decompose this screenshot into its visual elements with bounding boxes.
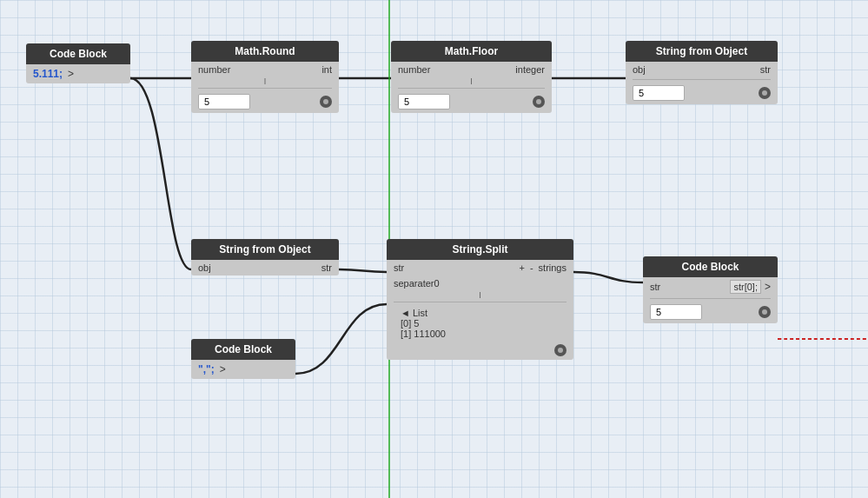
node-string-split: String.Split str + - strings separater0 … <box>387 239 573 360</box>
node-code-block-3-body: ","; > <box>191 360 295 379</box>
string-split-divider <box>394 302 567 302</box>
node-string-from-obj-2-header: String from Object <box>191 239 339 260</box>
node-string-from-obj-1: String from Object obj str 5 <box>626 41 778 104</box>
node-code-block-1: Code Block 5.111; > <box>26 43 130 83</box>
math-round-port-in: number <box>198 64 230 75</box>
string-split-sep: separater0 <box>394 278 440 289</box>
math-round-output-val: 5 <box>198 94 250 110</box>
string-from-obj-1-pin <box>759 87 771 99</box>
node-math-floor-body: number integer l 5 <box>391 62 552 113</box>
node-math-floor-header: Math.Floor <box>391 41 552 62</box>
node-string-from-obj-2-body: obj str <box>191 260 339 276</box>
node-math-floor: Math.Floor number integer l 5 <box>391 41 552 113</box>
math-round-output-row: 5 <box>191 90 339 113</box>
code-block-2-divider <box>650 298 771 299</box>
wire-cb1-strobj2 <box>130 78 191 269</box>
node-code-block-2: Code Block str str[0]; > 5 <box>643 256 778 323</box>
math-round-port-out: int <box>321 64 332 75</box>
node-code-block-2-body: str str[0]; > 5 <box>643 277 778 323</box>
string-from-obj-1-divider <box>633 79 771 80</box>
string-split-list-area: ◄ List [0] 5 [1] 111000 <box>387 304 573 342</box>
wire-strobj2-stringsplit <box>339 269 387 272</box>
code-block-2-output-val: 5 <box>650 304 702 320</box>
string-from-obj-2-port-out: str <box>321 262 332 273</box>
node-math-round-header: Math.Round <box>191 41 339 62</box>
math-floor-output-row: 5 <box>391 90 552 113</box>
node-string-split-ports: str + - strings <box>387 260 573 276</box>
node-math-round-body: number int l 5 <box>191 62 339 113</box>
node-code-block-3-header: Code Block <box>191 339 295 360</box>
node-string-split-sep-row: separater0 <box>387 276 573 291</box>
string-split-port-out: strings <box>539 262 567 273</box>
node-string-split-body: str + - strings separater0 l ◄ List [0] … <box>387 260 573 360</box>
math-floor-pin <box>533 96 545 108</box>
math-round-divider <box>198 88 332 89</box>
wire-cb3-stringsplit <box>295 304 387 374</box>
code-block-3-arrow: > <box>220 363 226 375</box>
string-split-port-plus: + <box>519 262 524 273</box>
string-from-obj-1-output-val: 5 <box>633 85 685 101</box>
node-string-from-obj-1-body: obj str 5 <box>626 62 778 104</box>
math-floor-port-out: integer <box>515 64 545 75</box>
math-round-marker: l <box>191 77 339 86</box>
code-block-2-pin <box>759 306 771 318</box>
string-from-obj-2-port-in: obj <box>198 262 211 273</box>
node-string-from-obj-1-header: String from Object <box>626 41 778 62</box>
node-math-floor-ports: number integer <box>391 62 552 77</box>
wire-stringsplit-cb2 <box>573 272 643 282</box>
string-split-list-header: ◄ List <box>401 308 567 318</box>
string-from-obj-1-port-out: str <box>760 64 771 75</box>
code-block-1-value: 5.111; <box>33 68 63 80</box>
string-split-list-item-1: [1] 111000 <box>401 329 567 339</box>
string-split-list-item-0: [0] 5 <box>401 318 567 329</box>
string-from-obj-1-port-in: obj <box>633 64 646 75</box>
code-block-2-arrow: > <box>765 281 771 293</box>
math-round-pin <box>320 96 332 108</box>
string-split-bottom-pin-row <box>387 342 573 360</box>
string-from-obj-1-output-row: 5 <box>626 82 778 104</box>
string-split-marker: l <box>387 291 573 300</box>
node-code-block-2-header: Code Block <box>643 256 778 277</box>
string-split-port-str: str <box>394 262 404 273</box>
node-math-round: Math.Round number int l 5 <box>191 41 339 113</box>
code-block-2-value: str[0]; <box>730 280 761 294</box>
math-floor-divider <box>398 88 545 89</box>
code-block-3-value: ","; <box>198 363 215 375</box>
math-floor-port-in: number <box>398 64 430 75</box>
node-code-block-3: Code Block ","; > <box>191 339 295 379</box>
node-string-from-obj-2: String from Object obj str <box>191 239 339 276</box>
node-code-block-2-ports: str str[0]; > <box>643 277 778 296</box>
node-string-from-obj-1-ports: obj str <box>626 62 778 77</box>
code-block-2-output-row: 5 <box>643 301 778 323</box>
string-split-port-minus: - <box>530 262 533 273</box>
node-string-from-obj-2-ports: obj str <box>191 260 339 276</box>
math-floor-marker: l <box>391 77 552 86</box>
code-block-1-arrow: > <box>68 68 74 80</box>
node-code-block-1-body: 5.111; > <box>26 64 130 83</box>
node-string-split-header: String.Split <box>387 239 573 260</box>
math-floor-output-val: 5 <box>398 94 450 110</box>
node-code-block-1-header: Code Block <box>26 43 130 64</box>
code-block-2-port-in: str <box>650 282 660 292</box>
string-split-pin <box>554 344 567 356</box>
node-math-round-ports: number int <box>191 62 339 77</box>
